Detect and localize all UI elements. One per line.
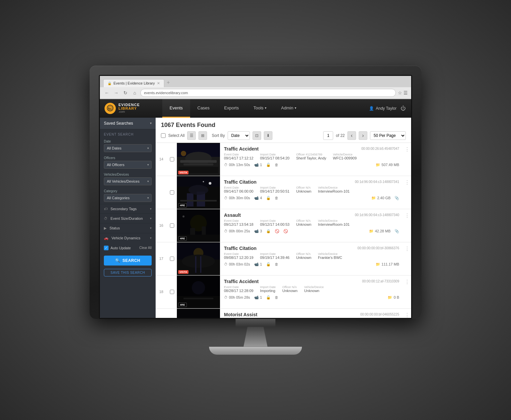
duration-value: 00h 03m 02s (229, 262, 250, 266)
user-icon: 👤 (369, 106, 374, 111)
event-title: Assault (224, 212, 241, 218)
event-number: 17 (156, 242, 167, 275)
auto-update-row: ✓ Auto Update Clear All (100, 243, 156, 253)
download-icon-button[interactable]: ⬇ (264, 131, 272, 140)
event-more-button[interactable]: ⋮ (403, 176, 411, 209)
content-area: 1067 Events Found Select All ☰ ⊞ Sort By… (156, 118, 411, 318)
event-badge: 4RE (178, 203, 187, 208)
bookmark-icon[interactable]: ☆ (398, 90, 402, 95)
event-thumbnail[interactable]: 4RE (177, 209, 220, 242)
clock-icon: ⏱ (224, 262, 228, 266)
vehicle-group: Vehicle/Device WFC1-009909 (333, 153, 357, 160)
clear-all-link[interactable]: Clear All (139, 246, 152, 250)
event-thumbnail[interactable]: 4RE (177, 176, 220, 209)
grid-view-button[interactable]: ⊞ (198, 131, 207, 140)
import-date-value: 09/15/17 08:54:20 (260, 156, 290, 160)
tools-dropdown-icon: ▾ (265, 106, 266, 110)
folder-icon: 📁 (376, 262, 380, 267)
event-size-accordion[interactable]: ⏱ Event Size/Duration ▾ (100, 213, 156, 223)
status-accordion[interactable]: ▶ Status ▾ (100, 223, 156, 233)
event-checkbox[interactable] (170, 157, 174, 161)
event-checkbox[interactable] (170, 223, 174, 228)
category-select[interactable]: All Categories (104, 194, 152, 202)
logout-button[interactable]: ⏻ (401, 105, 406, 111)
vehicle-value: Frankie's BWC (318, 256, 342, 260)
event-thumbnail[interactable]: VISTA (177, 242, 220, 275)
svg-point-13 (203, 181, 204, 182)
reload-button[interactable]: ↻ (122, 89, 129, 96)
main-area: Saved Searches ▾ EVENT SEARCH Date All D… (100, 118, 411, 318)
event-thumbnail[interactable]: 4RE (177, 275, 220, 308)
event-date-value: 08/28/17 12:28:09 (224, 289, 254, 293)
new-tab-button[interactable]: + (164, 78, 173, 87)
address-bar[interactable]: events.evidencelibrary.com (140, 89, 396, 97)
event-thumbnail[interactable]: VISTA (177, 143, 220, 176)
back-button[interactable]: ← (103, 89, 110, 96)
saved-searches-button[interactable]: Saved Searches ▾ (100, 118, 156, 129)
event-number (156, 176, 167, 209)
vehicles-filter: Vehicles/Devices All Vehicles/Devices ▾ (100, 171, 156, 187)
event-badge: VISTA (178, 171, 188, 174)
clock-icon: ⏱ (224, 295, 228, 299)
event-checkbox[interactable] (170, 290, 174, 294)
menu-icon[interactable]: ☰ (403, 90, 408, 95)
search-icon: 🔍 (115, 258, 120, 263)
tab-events[interactable]: Events (162, 99, 190, 118)
event-more-button[interactable]: ⋮ (403, 275, 411, 308)
duration-stat: ⏱ 00h 00m 25s (224, 229, 250, 233)
tab-close-icon[interactable]: ✕ (157, 81, 160, 86)
vehicle-dynamics-accordion[interactable]: 🚗 Vehicle Dynamics ▾ (100, 233, 156, 243)
secondary-tags-accordion[interactable]: 🏷 Secondary Tags ▾ (100, 204, 156, 213)
vehicle-label: Vehicle/Device (318, 219, 349, 222)
officer-value: Unknown (296, 189, 311, 193)
officers-select[interactable]: All Officers (104, 161, 152, 169)
officer-group: Officer N/A Unknown (296, 186, 311, 193)
restricted-icon: 🚫 (275, 229, 279, 233)
category-label: Category (104, 189, 152, 193)
secondary-tags-label: Secondary Tags (110, 207, 137, 211)
search-button[interactable]: 🔍 SEARCH (104, 256, 152, 266)
prev-page-button[interactable]: ‹ (347, 131, 356, 140)
browser-tab[interactable]: 🔒 Events | Evidence Library ✕ (103, 79, 164, 87)
date-label: Date (104, 140, 152, 143)
folder-icon: 📁 (371, 196, 376, 200)
saved-searches-section: Saved Searches ▾ (100, 118, 156, 129)
camera-stat: 📹 4 (254, 196, 262, 200)
tab-cases[interactable]: Cases (190, 99, 217, 118)
forward-button[interactable]: → (112, 89, 120, 96)
filter-icon-button[interactable]: ⊡ (253, 131, 261, 140)
import-date-label: Import Date (260, 219, 290, 222)
import-date-value: Importing (260, 289, 276, 293)
tab-admin[interactable]: Admin ▾ (274, 99, 304, 118)
camera-icon: 📹 (254, 163, 259, 167)
event-checkbox[interactable] (170, 190, 174, 195)
vehicles-select[interactable]: All Vehicles/Devices (104, 177, 152, 185)
select-all-checkbox[interactable] (161, 133, 166, 138)
share-icon: 🚫 (283, 229, 288, 233)
date-select-wrap: All Dates ▾ (104, 144, 152, 152)
next-page-button[interactable]: › (359, 131, 367, 140)
event-more-button[interactable]: ⋮ (403, 143, 411, 176)
tab-exports[interactable]: Exports (217, 99, 246, 118)
save-search-button[interactable]: SAVE THIS SEARCH (104, 269, 152, 276)
home-button[interactable]: ⌂ (131, 89, 138, 96)
event-more-button[interactable]: ⋮ (403, 242, 411, 275)
auto-update-checkbox[interactable]: ✓ (104, 246, 109, 250)
event-thumbnail[interactable] (177, 309, 220, 318)
event-checkbox[interactable] (170, 257, 174, 261)
per-page-select[interactable]: 50 Per Page 25 Per Page 100 Per Page (370, 131, 406, 140)
event-badge: VISTA (178, 270, 188, 274)
list-view-button[interactable]: ☰ (187, 131, 196, 140)
tab-tools[interactable]: Tools ▾ (246, 99, 274, 118)
page-input[interactable] (323, 131, 333, 140)
event-more-button[interactable]: ⋮ (403, 309, 411, 318)
event-number: 16 (156, 209, 167, 242)
results-title: 1067 Events Found (161, 122, 406, 129)
delete-icon: 🗑 (275, 163, 278, 167)
event-more-button[interactable]: ⋮ (403, 209, 411, 242)
date-filter: Date All Dates ▾ (100, 138, 156, 154)
sort-select[interactable]: Date Name Size (228, 131, 250, 140)
import-date-value: 09/12/17 14:00:53 (260, 222, 290, 226)
date-select[interactable]: All Dates (104, 144, 152, 152)
camera-count: 1 (260, 262, 262, 266)
